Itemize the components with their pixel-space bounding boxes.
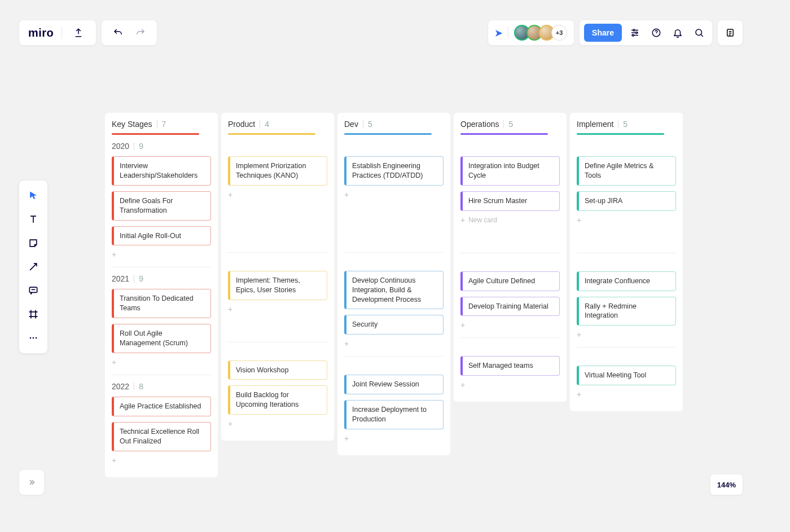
- collaborators-panel: ➤ +3: [488, 20, 574, 45]
- kanban-card[interactable]: Transition To Dedicated Teams: [112, 289, 211, 318]
- add-card-button[interactable]: +: [112, 250, 211, 259]
- bell-icon[interactable]: [669, 24, 686, 41]
- search-icon[interactable]: [691, 24, 708, 41]
- column-count: 5: [368, 120, 372, 129]
- app-logo[interactable]: miro: [28, 27, 54, 39]
- add-card-button[interactable]: +: [228, 419, 327, 428]
- column-key-stages: Key Stages 7 2020 9 Interview Leadership…: [105, 113, 218, 477]
- year-label: 2020: [112, 142, 129, 151]
- left-toolbar: [19, 181, 47, 353]
- column-title[interactable]: Operations: [460, 120, 499, 129]
- avatar-more[interactable]: +3: [551, 25, 567, 41]
- column-title[interactable]: Product: [228, 120, 255, 129]
- svg-point-8: [33, 337, 34, 339]
- year-header: 2021 9: [112, 274, 211, 283]
- column-title[interactable]: Dev: [344, 120, 358, 129]
- add-card-button[interactable]: +: [344, 190, 444, 199]
- kanban-card[interactable]: Establish Engineering Practices (TDD/ATD…: [344, 156, 444, 186]
- year-count: 9: [139, 274, 143, 283]
- cursor-icon[interactable]: ➤: [495, 28, 502, 38]
- zoom-level[interactable]: 144%: [710, 474, 743, 495]
- add-card-button[interactable]: +: [112, 358, 211, 367]
- add-card-button[interactable]: +: [577, 216, 676, 225]
- year-label: 2021: [112, 274, 129, 283]
- kanban-card[interactable]: Roll Out Agile Management (Scrum): [112, 324, 211, 353]
- undo-icon[interactable]: [109, 24, 126, 41]
- column-dev: Dev 5 Establish Engineering Practices (T…: [337, 113, 450, 455]
- redo-icon[interactable]: [132, 24, 149, 41]
- kanban-card[interactable]: Virtual Meeting Tool: [577, 366, 676, 385]
- column-product: Product 4 Implement Priorization Techniq…: [221, 113, 334, 441]
- year-label: 2022: [112, 382, 129, 391]
- help-icon[interactable]: [648, 24, 665, 41]
- kanban-card[interactable]: Rally + Redmine Integration: [577, 297, 676, 326]
- history-panel: [102, 20, 157, 45]
- add-card-button[interactable]: +: [344, 339, 444, 348]
- logo-panel: miro: [19, 20, 96, 45]
- frame-tool[interactable]: [23, 304, 44, 325]
- svg-point-0: [633, 29, 635, 31]
- column-count: 4: [265, 120, 269, 129]
- kanban-card[interactable]: Self Managed teams: [460, 356, 560, 376]
- kanban-card[interactable]: Build Backlog for Upcoming Iterations: [228, 385, 327, 415]
- more-tools[interactable]: [23, 327, 44, 349]
- kanban-board: Key Stages 7 2020 9 Interview Leadership…: [105, 113, 683, 477]
- kanban-card[interactable]: Hire Scrum Master: [460, 191, 560, 211]
- column-count: 5: [623, 120, 627, 129]
- svg-point-2: [633, 34, 634, 36]
- column-count: 5: [508, 120, 513, 129]
- kanban-card[interactable]: Joint Review Session: [344, 375, 444, 394]
- kanban-card[interactable]: Agile Practice Established: [112, 397, 211, 416]
- avatar-stack[interactable]: +3: [514, 25, 567, 41]
- kanban-card[interactable]: Develop Training Material: [460, 297, 560, 316]
- add-card-button[interactable]: +: [112, 456, 211, 465]
- share-button[interactable]: Share: [584, 24, 622, 42]
- kanban-card[interactable]: Integrate Confluence: [577, 271, 676, 291]
- kanban-card[interactable]: Initial Agile Roll-Out: [112, 226, 211, 246]
- divider: [508, 27, 508, 39]
- kanban-card[interactable]: Implement Priorization Techniques (KANO): [228, 156, 327, 186]
- add-card-button[interactable]: +: [577, 390, 676, 399]
- kanban-card[interactable]: Vision Workshop: [228, 360, 327, 380]
- notes-button[interactable]: [718, 20, 743, 45]
- arrow-tool[interactable]: [23, 256, 44, 278]
- export-icon[interactable]: [70, 24, 87, 41]
- settings-icon[interactable]: [626, 24, 643, 41]
- comment-tool[interactable]: [23, 280, 44, 301]
- kanban-card[interactable]: Security: [344, 315, 444, 335]
- column-implement: Implement 5 Define Agile Metrics & Tools…: [570, 113, 683, 411]
- kanban-card[interactable]: Increase Deployment to Production: [344, 400, 444, 429]
- add-card-button[interactable]: +: [228, 190, 327, 199]
- actions-panel: Share: [580, 20, 712, 45]
- column-operations: Operations 5 Integration into Budget Cyc…: [454, 113, 567, 402]
- add-card-button[interactable]: +: [228, 305, 327, 314]
- add-card-button[interactable]: +: [577, 330, 676, 339]
- year-header: 2020 9: [112, 142, 211, 151]
- add-card-button[interactable]: +: [460, 320, 560, 329]
- svg-point-1: [636, 32, 638, 34]
- column-title[interactable]: Implement: [577, 120, 613, 129]
- kanban-card[interactable]: Develop Continuous Integration, Build & …: [344, 271, 444, 310]
- kanban-card[interactable]: Agile Culture Defined: [460, 271, 560, 291]
- kanban-card[interactable]: Define Goals For Transformation: [112, 191, 211, 221]
- kanban-card[interactable]: Integration into Budget Cycle: [460, 156, 560, 186]
- kanban-card[interactable]: Define Agile Metrics & Tools: [577, 156, 676, 186]
- year-count: 8: [139, 382, 143, 391]
- year-count: 9: [139, 142, 143, 151]
- kanban-card[interactable]: Interview Leadership/Stakeholders: [112, 156, 211, 186]
- add-card-button[interactable]: +: [344, 434, 444, 443]
- kanban-card[interactable]: Implement: Themes, Epics, User Stories: [228, 271, 327, 300]
- kanban-card[interactable]: Technical Excellence Roll Out Finalized: [112, 422, 211, 451]
- sticky-note-tool[interactable]: [23, 232, 44, 254]
- svg-point-9: [36, 337, 37, 339]
- svg-point-4: [696, 29, 702, 36]
- kanban-card[interactable]: Set-up JIRA: [577, 191, 676, 211]
- expand-panel-button[interactable]: [19, 470, 44, 495]
- text-tool[interactable]: [23, 209, 44, 230]
- add-card-button[interactable]: +New card: [460, 216, 560, 225]
- add-card-label: New card: [468, 216, 497, 224]
- column-title[interactable]: Key Stages: [112, 120, 152, 129]
- year-header: 2022 8: [112, 382, 211, 391]
- add-card-button[interactable]: +: [460, 380, 560, 389]
- select-tool[interactable]: [23, 185, 44, 206]
